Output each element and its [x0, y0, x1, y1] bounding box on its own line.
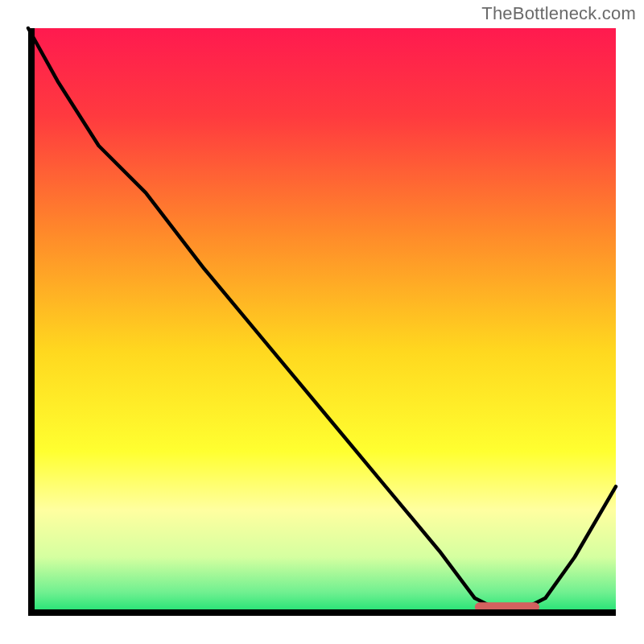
axes-frame — [28, 28, 616, 616]
chart-container: TheBottleneck.com — [0, 0, 644, 644]
x-axis — [28, 609, 616, 616]
y-axis — [28, 28, 35, 616]
chart-area — [28, 28, 616, 616]
watermark-text: TheBottleneck.com — [481, 3, 636, 24]
